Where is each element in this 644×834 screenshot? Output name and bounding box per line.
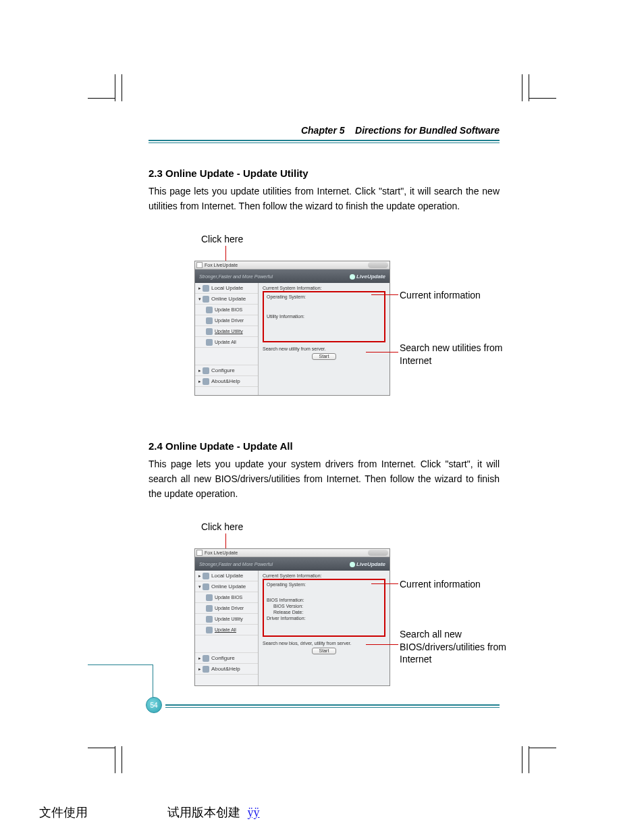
sidebar-item-update-bios[interactable]: Update BIOS: [195, 305, 258, 315]
chevron-right-icon: ▸: [198, 379, 201, 384]
current-info-label: Current System Information:: [263, 286, 385, 290]
crop-mark: [122, 746, 122, 773]
sidebar: ▸Local Update ▾Online Update Update BIOS…: [195, 283, 259, 395]
footer-rule: [165, 707, 500, 708]
chapter-title: Directions for Bundled Software: [355, 125, 500, 136]
main-pane: Current System Information: Operating Sy…: [259, 283, 390, 395]
sidebar-item-update-all[interactable]: Update All: [195, 337, 258, 348]
window-title: Fox LiveUpdate: [205, 550, 238, 555]
sidebar-item-configure[interactable]: ▸Configure: [195, 365, 258, 376]
sidebar-item-configure[interactable]: ▸Configure: [195, 653, 258, 664]
folder-icon: [203, 573, 209, 579]
sidebar-item-about-help[interactable]: ▸About&Help: [195, 376, 258, 387]
help-icon: [203, 378, 209, 385]
figure-1: Click here Fox LiveUpdate Stronger,Faste…: [149, 234, 500, 396]
globe-icon: [203, 583, 209, 590]
window-titlebar: Fox LiveUpdate: [195, 261, 390, 269]
sidebar-item-update-all[interactable]: Update All: [195, 625, 258, 635]
callout-search: Search new utilities from Internet: [400, 342, 508, 366]
app-banner: Stronger,Faster and More Powerful LiveUp…: [195, 269, 390, 283]
chip-icon: [206, 594, 213, 601]
crop-mark: [115, 74, 115, 101]
callout-line: [366, 644, 398, 645]
bios-version-label: BIOS Version:: [267, 604, 381, 608]
callout-search: Search all new BIOS/drivers/utilities fr…: [400, 628, 514, 665]
chevron-right-icon: ▸: [198, 573, 201, 579]
start-button[interactable]: Start: [312, 353, 336, 360]
window-controls[interactable]: [368, 262, 388, 268]
callout-current-info: Current information: [400, 578, 481, 590]
search-label: Search new utility from server.: [263, 346, 385, 351]
current-info-label: Current System Information:: [263, 573, 385, 578]
crop-mark: [88, 98, 115, 99]
crop-mark: [88, 748, 115, 748]
sidebar-item-update-driver[interactable]: Update Driver: [195, 315, 258, 326]
window-controls[interactable]: [368, 550, 388, 556]
start-button[interactable]: Start: [312, 648, 336, 654]
section-heading-2-4: 2.4 Online Update - Update All: [149, 440, 500, 452]
globe-icon: [203, 296, 209, 303]
liveupdate-icon: [350, 274, 355, 280]
sidebar-item-update-utility[interactable]: Update Utility: [195, 614, 258, 625]
section-body-2-3: This page lets you update utilities from…: [149, 184, 500, 213]
sidebar-item-update-utility[interactable]: Update Utility: [195, 326, 258, 337]
crop-mark: [522, 746, 522, 773]
crop-mark: [522, 74, 522, 101]
window-titlebar: Fox LiveUpdate: [195, 549, 390, 557]
footer-hairline: [88, 664, 153, 665]
utility-icon: [206, 328, 213, 335]
utility-info-label: Utility Information:: [267, 314, 381, 319]
driver-info-label: Driver Information:: [267, 616, 381, 621]
section-heading-2-3: 2.3 Online Update - Update Utility: [149, 167, 500, 179]
folder-icon: [203, 285, 209, 292]
figure-2: Click here Fox LiveUpdate Stronger,Faste…: [149, 521, 500, 690]
crop-mark: [529, 746, 529, 773]
chevron-down-icon: ▾: [198, 296, 201, 302]
chevron-down-icon: ▾: [198, 584, 201, 590]
header-rule: [149, 142, 500, 143]
app-icon: [196, 262, 203, 268]
driver-icon: [206, 317, 213, 324]
sidebar-item-about-help[interactable]: ▸About&Help: [195, 664, 258, 675]
callout-line: [366, 352, 398, 353]
sidebar-item-local-update[interactable]: ▸Local Update: [195, 571, 258, 581]
click-here-label: Click here: [201, 234, 243, 244]
liveupdate-icon: [350, 562, 355, 567]
current-info-box: Operating System: BIOS Information: BIOS…: [263, 579, 385, 637]
release-date-label: Release Date:: [267, 610, 381, 615]
callout-line: [225, 533, 226, 548]
sidebar-item-local-update[interactable]: ▸Local Update: [195, 283, 258, 294]
bios-info-label: BIOS Information:: [267, 598, 381, 602]
main-pane: Current System Information: Operating Sy…: [259, 571, 390, 685]
footer-rule: [165, 704, 500, 706]
crop-mark: [122, 74, 122, 101]
callout-line: [371, 583, 398, 584]
footer-text-mid: 试用版本创建 ÿÿ: [167, 804, 260, 820]
all-icon: [206, 339, 213, 346]
driver-icon: [206, 605, 213, 612]
sidebar-item-online-update[interactable]: ▾Online Update: [195, 294, 258, 305]
gear-icon: [203, 655, 209, 662]
crop-mark: [529, 748, 556, 748]
callout-line: [371, 294, 398, 295]
sidebar-item-online-update[interactable]: ▾Online Update: [195, 581, 258, 592]
chapter-number: Chapter 5: [301, 125, 345, 136]
liveupdate-window: Fox LiveUpdate Stronger,Faster and More …: [194, 261, 390, 396]
sidebar-item-update-driver[interactable]: Update Driver: [195, 603, 258, 614]
app-icon: [196, 550, 203, 556]
running-head: Chapter 5 Directions for Bundled Softwar…: [149, 125, 500, 140]
page-number-badge: 54: [146, 697, 162, 713]
sidebar-item-update-bios[interactable]: Update BIOS: [195, 592, 258, 603]
callout-line: [225, 246, 226, 261]
footer-text-left: 文件使用: [39, 804, 88, 820]
utility-icon: [206, 616, 213, 623]
banner-brand: LiveUpdate: [350, 273, 385, 280]
chevron-right-icon: ▸: [198, 667, 201, 672]
crop-mark: [115, 746, 115, 773]
all-icon: [206, 627, 213, 633]
header-rule: [149, 140, 500, 141]
banner-brand: LiveUpdate: [350, 561, 385, 567]
sidebar-spacer: [195, 348, 258, 365]
footer-link[interactable]: ÿÿ: [248, 806, 260, 819]
chevron-right-icon: ▸: [198, 286, 201, 291]
